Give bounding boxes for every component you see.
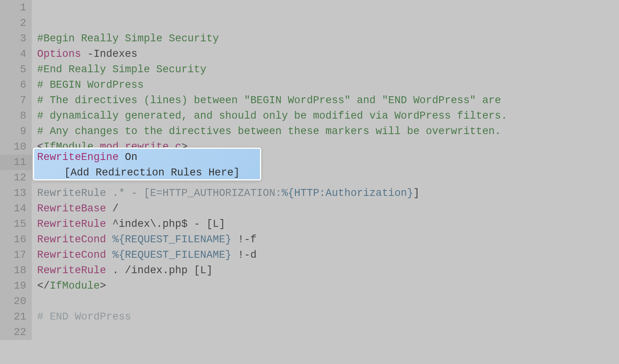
code-line[interactable]: 13RewriteRule .* - [E=HTTP_AUTHORIZATION…: [0, 185, 619, 201]
code-token: [106, 249, 112, 261]
line-content[interactable]: # The directives (lines) between "BEGIN …: [32, 93, 619, 108]
code-line[interactable]: 2: [0, 15, 619, 31]
code-line[interactable]: 14RewriteBase /: [0, 201, 619, 216]
highlight-text: On: [119, 151, 138, 163]
line-content[interactable]: #Begin Really Simple Security: [32, 31, 619, 46]
line-number: 20: [0, 294, 32, 309]
line-content[interactable]: RewriteRule .* - [E=HTTP_AUTHORIZATION:%…: [32, 185, 619, 201]
line-number: 15: [0, 216, 32, 232]
code-line[interactable]: 6# BEGIN WordPress: [0, 77, 619, 93]
code-line[interactable]: 18RewriteRule . /index.php [L]: [0, 263, 619, 278]
code-line[interactable]: 15RewriteRule ^index\.php$ - [L]: [0, 216, 619, 232]
line-number: 8: [0, 108, 32, 124]
code-token: </: [37, 280, 50, 292]
line-number: 19: [0, 278, 32, 294]
line-number: 1: [0, 0, 32, 15]
code-token: ]: [413, 187, 419, 199]
code-token: # Any changes to the directives between …: [37, 126, 501, 137]
line-number: 3: [0, 31, 32, 46]
line-number: 14: [0, 201, 32, 216]
code-token: IfModule: [50, 280, 100, 292]
code-token: # The directives (lines) between "BEGIN …: [37, 95, 501, 106]
code-token: ^index\.php$ - [L]: [106, 218, 225, 230]
line-number: 4: [0, 46, 32, 62]
code-token: # dynamically generated, and should only…: [37, 110, 507, 122]
line-content[interactable]: RewriteBase /: [32, 201, 619, 216]
line-number: 18: [0, 263, 32, 278]
code-token: !-d: [231, 249, 256, 261]
line-number: 7: [0, 93, 32, 108]
code-token: !-f: [231, 234, 256, 245]
code-line[interactable]: 8# dynamically generated, and should onl…: [0, 108, 619, 124]
line-number: 13: [0, 185, 32, 201]
line-number: 12: [0, 170, 32, 185]
line-content[interactable]: Options -Indexes: [32, 46, 619, 62]
code-line[interactable]: 1: [0, 0, 619, 15]
code-line[interactable]: 4Options -Indexes: [0, 46, 619, 62]
line-number: 9: [0, 124, 32, 139]
code-token: RewriteBase: [37, 203, 106, 214]
code-line[interactable]: 5#End Really Simple Security: [0, 62, 619, 77]
line-content[interactable]: #End Really Simple Security: [32, 62, 619, 77]
line-number: 21: [0, 309, 32, 325]
code-token: RewriteRule: [37, 265, 106, 276]
code-token: #End Really Simple Security: [37, 64, 206, 75]
code-token: Options: [37, 48, 81, 60]
code-token: RewriteRule .* - [E=HTTP_AUTHORIZATION:: [37, 187, 282, 199]
code-line[interactable]: 19</IfModule>: [0, 278, 619, 294]
code-token: # END WordPress: [37, 311, 131, 323]
code-token: %{REQUEST_FILENAME}: [112, 249, 231, 261]
line-content[interactable]: # dynamically generated, and should only…: [32, 108, 619, 124]
line-content[interactable]: # Any changes to the directives between …: [32, 124, 619, 139]
code-editor[interactable]: 123#Begin Really Simple Security4Options…: [0, 0, 619, 364]
highlight-line-1: RewriteEngine On: [37, 150, 257, 165]
code-token: RewriteCond: [37, 234, 106, 245]
line-number: 5: [0, 62, 32, 77]
code-token: # BEGIN WordPress: [37, 79, 144, 91]
code-line[interactable]: 3#Begin Really Simple Security: [0, 31, 619, 46]
line-number: 6: [0, 77, 32, 93]
code-token: %{REQUEST_FILENAME}: [112, 234, 231, 245]
line-number: 2: [0, 15, 32, 31]
highlight-annotation-box: RewriteEngine On [Add Redirection Rules …: [33, 148, 261, 180]
code-token: %{HTTP:Authorization}: [282, 187, 413, 199]
code-token: >: [100, 280, 106, 292]
code-line[interactable]: 22: [0, 325, 619, 340]
line-number: 22: [0, 325, 32, 340]
line-number: 16: [0, 232, 32, 247]
line-content[interactable]: RewriteRule ^index\.php$ - [L]: [32, 216, 619, 232]
line-content[interactable]: # BEGIN WordPress: [32, 77, 619, 93]
line-content[interactable]: </IfModule>: [32, 278, 619, 294]
line-number: 11: [0, 155, 32, 170]
line-number: 17: [0, 247, 32, 263]
code-line[interactable]: 16RewriteCond %{REQUEST_FILENAME} !-f: [0, 232, 619, 247]
code-token: /: [106, 203, 118, 214]
line-number: 10: [0, 139, 32, 155]
code-line[interactable]: 20: [0, 294, 619, 309]
code-line[interactable]: 7# The directives (lines) between "BEGIN…: [0, 93, 619, 108]
code-token: [106, 234, 112, 245]
code-line[interactable]: 21# END WordPress: [0, 309, 619, 325]
code-token: RewriteRule: [37, 218, 106, 230]
line-content[interactable]: RewriteRule . /index.php [L]: [32, 263, 619, 278]
code-line[interactable]: 17RewriteCond %{REQUEST_FILENAME} !-d: [0, 247, 619, 263]
code-token: #Begin Really Simple Security: [37, 33, 219, 44]
code-token: -Indexes: [81, 48, 137, 60]
highlight-line-2: [Add Redirection Rules Here]: [37, 165, 257, 180]
code-token: . /index.php [L]: [106, 265, 212, 276]
code-token: RewriteCond: [37, 249, 106, 261]
highlight-keyword: RewriteEngine: [37, 151, 119, 163]
code-line[interactable]: 9# Any changes to the directives between…: [0, 124, 619, 139]
line-content[interactable]: RewriteCond %{REQUEST_FILENAME} !-d: [32, 247, 619, 263]
line-content[interactable]: RewriteCond %{REQUEST_FILENAME} !-f: [32, 232, 619, 247]
line-content[interactable]: # END WordPress: [32, 309, 619, 325]
